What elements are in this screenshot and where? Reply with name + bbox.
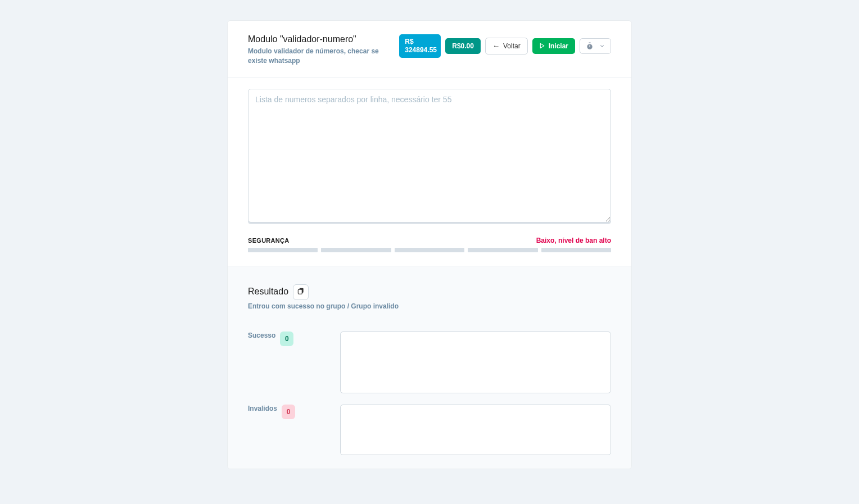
result-head: Resultado	[248, 284, 611, 300]
security-seg	[248, 248, 318, 252]
timer-dropdown[interactable]	[580, 38, 611, 54]
cost-button[interactable]: R$0.00	[445, 38, 481, 54]
module-subtitle: Modulo validador de números, checar se e…	[248, 47, 390, 66]
svg-rect-5	[298, 289, 302, 294]
module-title: Modulo "validador-numero"	[248, 34, 390, 44]
security-bar	[248, 248, 611, 252]
svg-rect-1	[589, 43, 591, 43]
results-grid: Sucesso 0 Invalidos 0	[248, 332, 611, 455]
svg-marker-0	[540, 44, 544, 48]
balance-button[interactable]: R$ 324894.55	[399, 34, 441, 58]
security-status: Baixo, nível de ban alto	[536, 237, 611, 244]
copy-icon	[297, 287, 305, 297]
security-label: SEGURANÇA	[248, 237, 290, 244]
security-seg	[468, 248, 537, 252]
input-section: SEGURANÇA Baixo, nível de ban alto	[228, 78, 631, 266]
back-label: Voltar	[503, 42, 521, 50]
success-label: Sucesso 0	[248, 332, 332, 393]
start-label: Iniciar	[549, 42, 568, 50]
invalid-output[interactable]	[340, 405, 611, 455]
success-count: 0	[280, 332, 293, 346]
svg-rect-3	[589, 45, 590, 47]
invalid-count: 0	[282, 405, 295, 419]
play-icon	[539, 43, 545, 49]
security-seg	[541, 248, 611, 252]
success-output[interactable]	[340, 332, 611, 393]
result-title: Resultado	[248, 287, 288, 297]
start-button[interactable]: Iniciar	[532, 38, 575, 54]
security-seg	[321, 248, 391, 252]
header: Modulo "validador-numero" Modulo validad…	[228, 21, 631, 78]
result-subtitle: Entrou com sucesso no grupo / Grupo inva…	[248, 302, 611, 310]
invalid-label: Invalidos 0	[248, 405, 332, 455]
back-button[interactable]: ← Voltar	[485, 38, 528, 55]
balance-value: R$ 324894.55	[405, 38, 437, 55]
result-section: Resultado Entrou com sucesso no grupo / …	[228, 266, 631, 469]
arrow-left-icon: ←	[492, 42, 500, 49]
copy-button[interactable]	[293, 284, 309, 300]
security-seg	[395, 248, 464, 252]
numbers-input[interactable]	[248, 89, 611, 223]
title-block: Modulo "validador-numero" Modulo validad…	[248, 34, 390, 66]
chevron-down-icon	[599, 43, 605, 49]
cost-value: R$0.00	[452, 42, 474, 50]
invalid-label-text: Invalidos	[248, 405, 277, 412]
header-actions: R$ 324894.55 R$0.00 ← Voltar Iniciar	[399, 34, 611, 58]
security-row: SEGURANÇA Baixo, nível de ban alto	[248, 237, 611, 244]
module-card: Modulo "validador-numero" Modulo validad…	[227, 20, 632, 469]
success-label-text: Sucesso	[248, 332, 275, 339]
stopwatch-icon	[586, 42, 594, 50]
